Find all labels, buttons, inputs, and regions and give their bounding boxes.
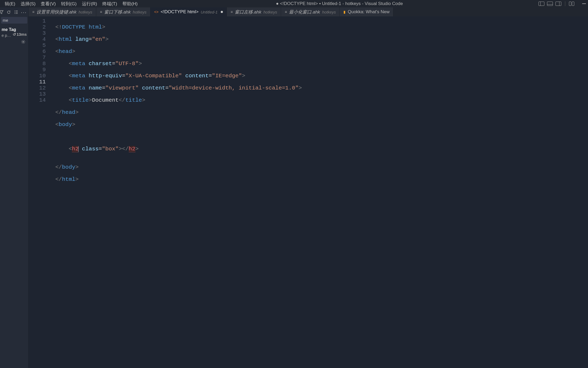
tab-quokka[interactable]: ▮ Quokka: What's New bbox=[340, 7, 393, 16]
tab-label: 最小化窗口.ahk bbox=[289, 9, 320, 15]
panel-toolbar: ··· bbox=[0, 8, 28, 16]
tab-file-1[interactable]: ≡ 设置常用快捷键.ahk hotkeys bbox=[29, 7, 96, 16]
text-cursor bbox=[78, 146, 79, 152]
quokka-icon: ▮ bbox=[343, 10, 346, 14]
result-time: 13ms bbox=[13, 32, 27, 37]
window-title: ● <!DOCTYPE html> • Untitled-1 - hotkeys… bbox=[140, 1, 539, 6]
menu-view[interactable]: 查看(V) bbox=[38, 0, 58, 8]
menu-run[interactable]: 运行(R) bbox=[79, 0, 100, 8]
tab-bar: ≡ 设置常用快捷键.ahk hotkeys ≡ 窗口下移.ahk hotkeys… bbox=[29, 7, 588, 16]
tab-label: <!DOCTYPE html> bbox=[160, 9, 199, 15]
menu-edit[interactable]: 辑(E) bbox=[2, 0, 18, 8]
html-icon: <> bbox=[154, 10, 158, 14]
code-editor[interactable]: 1 2 3 4 5 6 7 8 9 10 11 12 13 14 <!DOCTY… bbox=[29, 16, 588, 368]
menu-terminal[interactable]: 终端(T) bbox=[100, 0, 120, 8]
customize-layout-icon[interactable] bbox=[569, 2, 575, 6]
gear-icon[interactable] bbox=[21, 40, 26, 44]
window-minimize-icon[interactable] bbox=[582, 3, 586, 4]
file-icon: ≡ bbox=[32, 10, 34, 14]
menu-goto[interactable]: 转到(G) bbox=[58, 0, 79, 8]
result-description: e paired HTML/X… bbox=[1, 33, 13, 38]
file-icon: ≡ bbox=[231, 10, 233, 14]
file-icon: ≡ bbox=[285, 10, 287, 14]
layout-divider bbox=[565, 1, 565, 6]
tab-file-4[interactable]: ≡ 窗口左移.ahk hotkeys bbox=[227, 7, 281, 16]
toggle-panel-icon[interactable] bbox=[547, 2, 553, 6]
tab-label: Quokka: What's New bbox=[348, 9, 389, 15]
tab-file-3[interactable]: <> <!DOCTYPE html> Untitled-1 bbox=[150, 7, 227, 16]
search-input[interactable] bbox=[1, 17, 27, 24]
file-icon: ≡ bbox=[100, 10, 102, 14]
line-gutter: 1 2 3 4 5 6 7 8 9 10 11 12 13 14 bbox=[29, 16, 50, 368]
menu-bar: 辑(E) 选择(S) 查看(V) 转到(G) 运行(R) 终端(T) 帮助(H) bbox=[2, 0, 140, 8]
tab-label: 设置常用快捷键.ahk bbox=[36, 9, 76, 15]
tab-label: 窗口左移.ahk bbox=[235, 9, 261, 15]
tab-hint: hotkeys bbox=[322, 10, 336, 14]
toggle-secondary-sidebar-icon[interactable] bbox=[555, 2, 561, 6]
title-bar: 辑(E) 选择(S) 查看(V) 转到(G) 运行(R) 终端(T) 帮助(H)… bbox=[0, 0, 588, 7]
side-panel: ··· me Tag 13ms e paired HTML/X… bbox=[0, 7, 29, 368]
tab-hint: hotkeys bbox=[133, 10, 146, 14]
toggle-primary-sidebar-icon[interactable] bbox=[539, 2, 544, 6]
tab-file-5[interactable]: ≡ 最小化窗口.ahk hotkeys bbox=[281, 7, 340, 16]
menu-help[interactable]: 帮助(H) bbox=[120, 0, 140, 8]
editor-area: ≡ 设置常用快捷键.ahk hotkeys ≡ 窗口下移.ahk hotkeys… bbox=[29, 7, 588, 368]
result-title: me Tag bbox=[2, 27, 16, 32]
code-content[interactable]: <!DOCTYPE html> <html lang="en"> <head> … bbox=[50, 16, 302, 368]
tab-label: 窗口下移.ahk bbox=[104, 9, 131, 15]
tab-hint: hotkeys bbox=[264, 10, 277, 14]
layout-controls bbox=[539, 1, 586, 6]
tab-file-2[interactable]: ≡ 窗口下移.ahk hotkeys bbox=[96, 7, 150, 16]
search-result[interactable]: me Tag 13ms e paired HTML/X… bbox=[0, 25, 28, 38]
dirty-indicator-icon bbox=[221, 11, 223, 13]
list-icon[interactable] bbox=[14, 10, 18, 14]
filter-icon[interactable] bbox=[0, 10, 3, 14]
refresh-icon[interactable] bbox=[7, 10, 11, 14]
more-icon[interactable]: ··· bbox=[21, 10, 26, 14]
tab-hint: hotkeys bbox=[79, 10, 92, 14]
svg-point-0 bbox=[23, 41, 24, 42]
menu-selection[interactable]: 选择(S) bbox=[18, 0, 38, 8]
tab-hint: Untitled-1 bbox=[201, 10, 218, 14]
